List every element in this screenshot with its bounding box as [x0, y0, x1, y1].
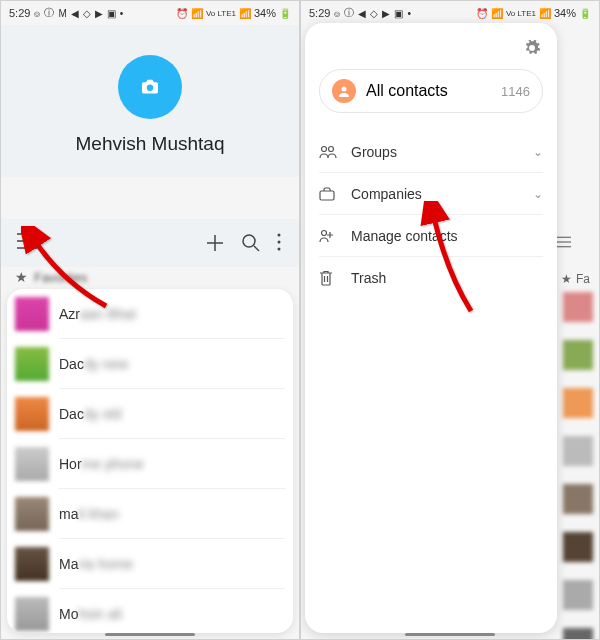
all-contacts-label: All contacts — [366, 82, 448, 100]
list-item[interactable]: Dacdy old — [7, 389, 293, 439]
status-bar: 5:29 ⌾ ⓘ M ◀ ◇ ▶ ▣ • ⏰ 📶 Vo LTE1 📶 34% 🔋 — [1, 1, 299, 25]
status-bar: 5:29 ⌾ ⓘ ◀ ◇ ▶ ▣ • ⏰ 📶 Vo LTE1 📶 34% 🔋 — [301, 1, 599, 25]
phone-right: 5:29 ⌾ ⓘ ◀ ◇ ▶ ▣ • ⏰ 📶 Vo LTE1 📶 34% 🔋 ★… — [300, 0, 600, 640]
groups-icon — [319, 145, 339, 159]
nav-drawer: All contacts 1146 Groups ⌄ Companies ⌄ M… — [305, 23, 557, 633]
app-icon: ⓘ — [344, 6, 354, 20]
trash-icon — [319, 270, 339, 286]
contacts-count: 1146 — [501, 84, 530, 99]
annotation-arrow — [21, 226, 121, 320]
notif-icon: ◇ — [370, 8, 378, 19]
svg-point-4 — [342, 87, 347, 92]
chevron-down-icon: ⌄ — [533, 187, 543, 201]
drawer-item-label: Companies — [351, 186, 422, 202]
svg-point-5 — [322, 146, 327, 151]
wifi-icon: 📶 — [491, 8, 503, 19]
notif-more: • — [407, 8, 411, 19]
signal-icon: 📶 — [539, 8, 551, 19]
list-item[interactable]: mali khan — [7, 489, 293, 539]
svg-point-1 — [278, 234, 281, 237]
drawer-item-groups[interactable]: Groups ⌄ — [319, 131, 543, 173]
notif-icon: ◀ — [71, 8, 79, 19]
svg-point-2 — [278, 241, 281, 244]
battery-icon: 🔋 — [279, 8, 291, 19]
search-button[interactable] — [241, 233, 261, 253]
drawer-item-label: Groups — [351, 144, 397, 160]
notif-icon: ◇ — [83, 8, 91, 19]
favorites-bg: ★Fa — [561, 272, 590, 286]
avatar[interactable] — [118, 55, 182, 119]
list-item[interactable]: Horme phone — [7, 439, 293, 489]
profile-header: Mehvish Mushtaq — [1, 25, 299, 177]
battery-icon: 🔋 — [579, 8, 591, 19]
chevron-down-icon: ⌄ — [533, 145, 543, 159]
whatsapp-icon: ⌾ — [334, 8, 340, 19]
contacts-list[interactable]: Azraan Bhat Dacdy new Dacdy old Horme ph… — [7, 289, 293, 633]
list-item[interactable]: Dacdy new — [7, 339, 293, 389]
alarm-icon: ⏰ — [176, 8, 188, 19]
annotation-arrow — [411, 201, 501, 325]
list-item[interactable]: Mohsin ali — [7, 589, 293, 633]
more-button[interactable] — [277, 233, 283, 253]
status-time: 5:29 — [9, 7, 30, 19]
briefcase-icon — [319, 187, 339, 201]
notif-icon: ▶ — [382, 8, 390, 19]
manage-icon — [319, 229, 339, 243]
notif-more: • — [120, 8, 124, 19]
svg-point-0 — [243, 235, 255, 247]
whatsapp-icon: ⌾ — [34, 8, 40, 19]
drawer-item-label: Trash — [351, 270, 386, 286]
net-label: Vo LTE1 — [506, 9, 536, 18]
profile-name: Mehvish Mushtaq — [1, 133, 299, 155]
notif-icon: ▣ — [107, 8, 116, 19]
notif-icon: M — [58, 8, 66, 19]
person-icon — [332, 79, 356, 103]
add-button[interactable] — [205, 233, 225, 253]
list-item[interactable]: Maria home — [7, 539, 293, 589]
svg-point-6 — [329, 146, 334, 151]
settings-button[interactable] — [523, 39, 541, 57]
svg-point-8 — [322, 230, 327, 235]
notif-icon: ▶ — [95, 8, 103, 19]
all-contacts-button[interactable]: All contacts 1146 — [319, 69, 543, 113]
home-indicator[interactable] — [405, 633, 495, 636]
star-icon: ★ — [561, 272, 572, 286]
svg-rect-7 — [320, 191, 334, 200]
background-list: ★Fa — [559, 25, 599, 639]
battery-label: 34% — [254, 7, 276, 19]
phone-left: 5:29 ⌾ ⓘ M ◀ ◇ ▶ ▣ • ⏰ 📶 Vo LTE1 📶 34% 🔋… — [0, 0, 300, 640]
home-indicator[interactable] — [105, 633, 195, 636]
wifi-icon: 📶 — [191, 8, 203, 19]
battery-label: 34% — [554, 7, 576, 19]
camera-icon — [140, 79, 160, 95]
alarm-icon: ⏰ — [476, 8, 488, 19]
status-time: 5:29 — [309, 7, 330, 19]
app-icon: ⓘ — [44, 6, 54, 20]
svg-point-3 — [278, 248, 281, 251]
notif-icon: ▣ — [394, 8, 403, 19]
notif-icon: ◀ — [358, 8, 366, 19]
net-label: Vo LTE1 — [206, 9, 236, 18]
signal-icon: 📶 — [239, 8, 251, 19]
menu-icon — [557, 235, 571, 249]
